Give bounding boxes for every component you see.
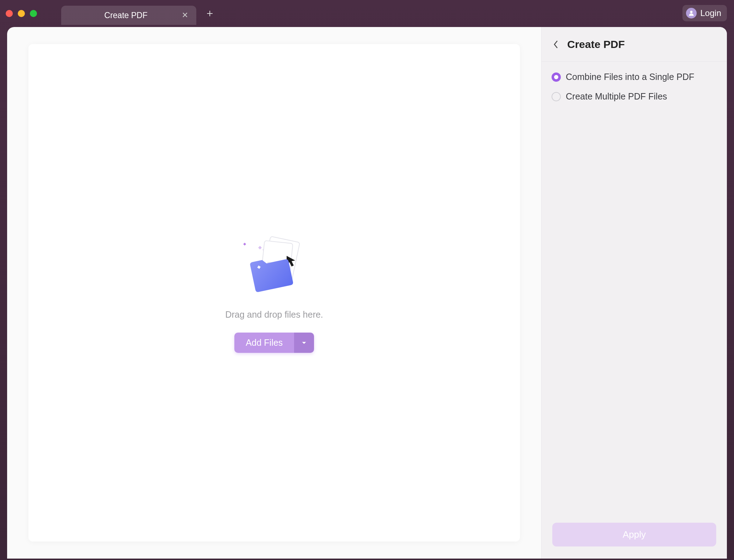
title-bar: Create PDF ✕ Login (0, 0, 734, 27)
svg-point-0 (690, 11, 693, 13)
tab-create-pdf[interactable]: Create PDF ✕ (61, 6, 196, 25)
login-label: Login (700, 8, 721, 18)
close-tab-icon[interactable]: ✕ (181, 11, 189, 20)
tab-title: Create PDF (71, 11, 181, 20)
chevron-left-icon (553, 39, 559, 49)
side-panel-footer: Apply (542, 513, 727, 559)
option-combine-single-pdf[interactable]: Combine Files into a Single PDF (552, 72, 717, 82)
option-multiple-pdf-files[interactable]: Create Multiple PDF Files (552, 91, 717, 102)
add-files-dropdown-button[interactable] (294, 333, 314, 353)
plus-icon (206, 9, 214, 18)
radio-icon (552, 92, 561, 101)
side-panel: Create PDF Combine Files into a Single P… (541, 27, 727, 559)
drop-illustration-icon: Aa (237, 233, 312, 300)
window-close-button[interactable] (6, 10, 13, 17)
login-button[interactable]: Login (682, 5, 727, 21)
side-panel-header: Create PDF (542, 27, 727, 62)
window-maximize-button[interactable] (30, 10, 37, 17)
side-panel-options: Combine Files into a Single PDF Create M… (542, 62, 727, 112)
window-minimize-button[interactable] (18, 10, 25, 17)
avatar-icon (686, 8, 697, 18)
drop-zone[interactable]: Aa (28, 44, 520, 542)
main-panel: Aa (7, 27, 541, 559)
drop-hint-text: Drag and drop files here. (225, 309, 323, 320)
radio-icon (552, 72, 561, 82)
side-panel-title: Create PDF (567, 38, 625, 50)
apply-button[interactable]: Apply (552, 523, 716, 546)
window-controls (6, 10, 37, 17)
back-button[interactable] (551, 39, 561, 49)
tabs-area: Create PDF ✕ (61, 2, 216, 25)
new-tab-button[interactable] (204, 8, 216, 19)
option-label: Create Multiple PDF Files (566, 91, 667, 102)
option-label: Combine Files into a Single PDF (566, 72, 694, 82)
caret-down-icon (302, 340, 307, 345)
content-wrapper: Aa (7, 27, 727, 559)
add-files-button[interactable]: Add Files (234, 333, 294, 353)
add-files-group: Add Files (234, 333, 314, 353)
